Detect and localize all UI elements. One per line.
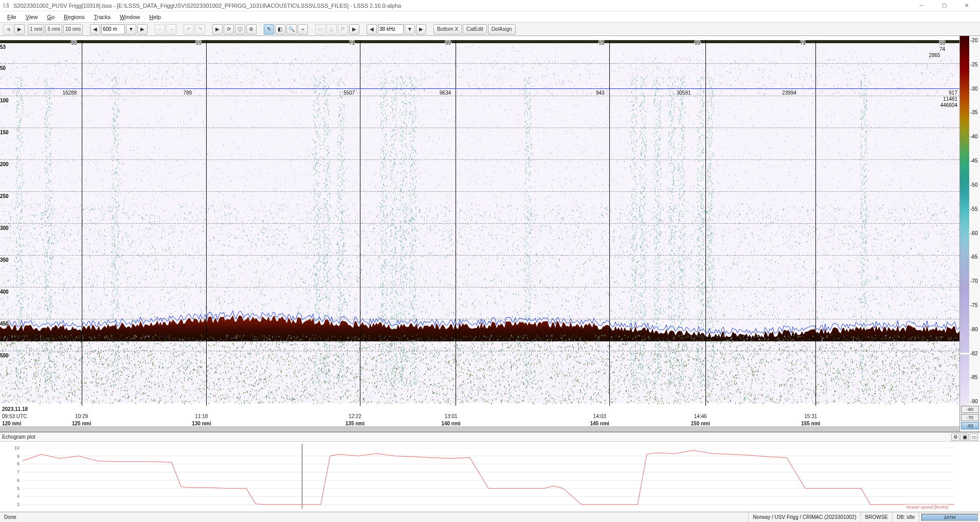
time-label: 15:31 <box>803 413 818 419</box>
nav-forward-button[interactable]: ▶ <box>14 24 25 34</box>
depth-tick: 300 <box>0 225 9 231</box>
threshold-preset[interactable]: -60 <box>961 406 979 413</box>
menu-view[interactable]: View <box>22 13 42 21</box>
frequency-input[interactable] <box>378 24 404 34</box>
colorscale-tick: -25 <box>970 62 977 67</box>
tb-catedit[interactable]: CatEdit <box>463 24 487 34</box>
depth-tick: 200 <box>0 161 9 167</box>
status-mode: BROWSE <box>861 512 893 522</box>
horizontal-scrollbar[interactable] <box>0 426 959 431</box>
segment-label: 943 <box>596 90 605 96</box>
depth-input[interactable] <box>101 24 125 34</box>
lower-close-button[interactable]: ▭ <box>970 434 978 441</box>
tb-delasign[interactable]: DelAsign <box>488 24 516 34</box>
eraser-tool-button[interactable]: ◧ <box>275 24 285 34</box>
distance-label: 130 nmi <box>191 421 212 426</box>
menu-tracks[interactable]: Tracks <box>89 13 115 21</box>
play-button[interactable]: ▶ <box>212 24 223 34</box>
close-button[interactable]: ✕ <box>955 0 978 11</box>
depth-nav-right-button[interactable]: ▶ <box>137 24 148 34</box>
zoom-tool-button[interactable]: 🔍 <box>286 24 297 34</box>
depth-tick: 400 <box>0 289 9 295</box>
history-forward-button[interactable]: → <box>166 24 176 34</box>
menu-file[interactable]: File <box>3 13 21 21</box>
ping-count-label: 89 <box>695 40 700 46</box>
segment-label: 11481 <box>943 96 957 102</box>
colorscale-tick: -55 <box>970 206 977 212</box>
colorscale-tick: -45 <box>970 158 977 164</box>
region-p-button[interactable]: P <box>338 24 348 34</box>
time-label: 14:03 <box>592 413 607 419</box>
echogram-view[interactable]: 5350100150200250300350400450500 2023.11.… <box>0 36 959 431</box>
colorscale-tick: -75 <box>970 302 977 308</box>
segment-label: 9634 <box>440 90 451 96</box>
menu-help[interactable]: Help <box>145 13 165 21</box>
ping-count-label: 74 <box>939 46 945 52</box>
colorscale-tick: -82 <box>970 351 977 356</box>
freq-dropdown-button[interactable]: ▼ <box>405 24 415 34</box>
segment-label: 446604 <box>940 102 957 108</box>
freq-nav-left-button[interactable]: ◀ <box>367 24 377 34</box>
segment-label: 917 <box>949 90 957 96</box>
pencil-tool-button[interactable]: ✎ <box>264 24 274 34</box>
threshold-preset[interactable]: -82 <box>961 422 979 429</box>
minimize-button[interactable]: ─ <box>910 0 933 11</box>
menu-go[interactable]: Go <box>43 13 59 21</box>
freq-nav-right-button[interactable]: ▶ <box>416 24 426 34</box>
nav-back-button[interactable]: ◀ <box>3 24 13 34</box>
lower-expand-button[interactable]: ▣ <box>960 434 969 441</box>
info-button[interactable]: ⓘ <box>235 24 245 34</box>
region-tri-button[interactable]: △ <box>326 24 337 34</box>
pencil-icon: ✎ <box>267 26 271 32</box>
scale-5nmi[interactable]: 5 nmi <box>45 24 62 34</box>
depth-dropdown-button[interactable]: ▼ <box>126 24 136 34</box>
depth-tick: 53 <box>0 44 6 50</box>
menu-bar: FileViewGoRegionsTracksWindowHelp <box>0 11 980 23</box>
scale-10nmi[interactable]: 10 nmi <box>63 24 83 34</box>
settings-button[interactable]: ⚙ <box>246 24 257 34</box>
distance-label: 145 nmi <box>589 421 610 426</box>
segment-label: 23994 <box>782 90 796 96</box>
ping-count-label: 95 <box>71 40 77 46</box>
status-db: DB: idle <box>893 512 919 522</box>
scale-1nmi[interactable]: 1 nmi <box>28 24 44 34</box>
segment-label: 5507 <box>343 90 355 96</box>
history-back-button[interactable]: ← <box>155 24 165 34</box>
color-gradient <box>960 36 969 431</box>
segment-label: 30591 <box>677 90 691 96</box>
tb-bottom-x[interactable]: Bottom X <box>433 24 462 34</box>
refresh-button[interactable]: ⟳ <box>224 24 234 34</box>
status-survey: Norway / USV Frigg / CRIMAC (2023301002) <box>749 512 861 522</box>
lower-plot-area[interactable]: Vessel speed [knots] <box>0 442 980 512</box>
segment-label: 16288 <box>62 90 77 96</box>
region-play-button[interactable]: ▶ <box>349 24 359 34</box>
window-controls: ─ ▢ ✕ <box>910 0 978 11</box>
colorscale-tick: -85 <box>970 374 977 380</box>
add-tool-button[interactable]: ＋ <box>298 24 308 34</box>
depth-tick: 350 <box>0 257 9 263</box>
undo-button[interactable]: ↶ <box>184 24 194 34</box>
ping-count-label: 51 <box>598 40 604 46</box>
gear-icon: ⚙ <box>953 434 958 440</box>
menu-window[interactable]: Window <box>116 13 144 21</box>
color-scale[interactable]: -20-25-30-35-40-45-50-55-60-65-70-75-80-… <box>959 36 980 431</box>
depth-tick: 500 <box>0 353 9 358</box>
region-box-button[interactable]: ▭ <box>315 24 325 34</box>
speed-legend: Vessel speed [knots] <box>904 505 949 510</box>
search-icon: 🔍 <box>288 26 295 32</box>
menu-regions[interactable]: Regions <box>60 13 88 21</box>
redo-button[interactable]: ↷ <box>195 24 205 34</box>
lower-settings-button[interactable]: ⚙ <box>951 434 959 441</box>
time-label: 12:22 <box>348 413 362 419</box>
ping-count-label: 71 <box>349 40 355 46</box>
depth-nav-left-button[interactable]: ◀ <box>90 24 100 34</box>
depth-tick: 150 <box>0 130 9 135</box>
maximize-button[interactable]: ▢ <box>933 0 955 11</box>
depth-scale: 5350100150200250300350400450500 <box>0 41 14 401</box>
lower-plot-title: Echogram plot <box>2 434 35 440</box>
colorscale-tick: -70 <box>970 278 977 284</box>
ping-count-label: 99 <box>445 40 451 46</box>
app-icon: L§ <box>2 2 10 10</box>
colorscale-tick: -40 <box>970 134 977 139</box>
threshold-preset[interactable]: -70 <box>961 414 979 421</box>
